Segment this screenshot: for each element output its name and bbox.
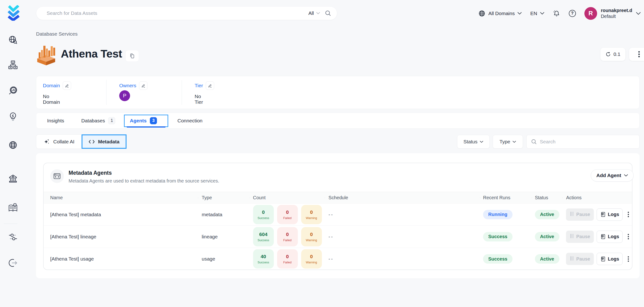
col-header-name: Name [44, 195, 198, 200]
search-icon[interactable] [325, 10, 331, 17]
app-logo[interactable] [7, 5, 20, 21]
status-filter-dropdown[interactable]: Status [457, 135, 490, 149]
code-icon [88, 139, 95, 144]
agent-schedule: -- [325, 212, 480, 217]
databases-count-badge: 1 [108, 117, 115, 124]
agent-run-counts: 604 Success 0 Failed 0 Warning [250, 227, 325, 246]
globe-icon [8, 140, 18, 150]
bank-icon [8, 174, 18, 184]
success-count-badge: 40 Success [253, 249, 274, 268]
search-scope-dropdown[interactable]: All [308, 10, 320, 16]
status-pill: Active [535, 210, 560, 219]
user-menu[interactable]: R rounakpreet.d Default [584, 7, 641, 20]
metadata-toggle-button[interactable]: Metadata [82, 134, 126, 149]
pencil-icon [142, 84, 146, 88]
agent-recent-runs: Running [480, 210, 532, 219]
kebab-icon [638, 50, 640, 58]
page-kebab-menu[interactable] [629, 48, 644, 61]
version-button[interactable]: 0.1 [600, 48, 626, 61]
agent-name[interactable]: [Athena Test] lineage [44, 234, 198, 239]
agent-type: usage [198, 256, 250, 262]
agent-run-counts: 40 Success 0 Failed 0 Warning [250, 249, 325, 268]
domains-dropdown[interactable]: All Domains [478, 10, 522, 17]
edit-owners-button[interactable] [139, 81, 148, 90]
sidebar-item-insights[interactable] [8, 112, 18, 122]
language-value: EN [530, 11, 537, 16]
table-row: [Athena Test] usage usage 40 Success 0 F… [44, 248, 632, 270]
application-code-icon [53, 172, 61, 180]
chevron-down-icon [316, 12, 320, 14]
agents-search-field[interactable] [526, 135, 640, 149]
agent-run-counts: 0 Success 0 Failed 0 Warning [250, 205, 325, 224]
tier-label[interactable]: Tier [195, 83, 203, 88]
status-pill: Active [535, 254, 560, 264]
collate-logo-icon [7, 5, 20, 21]
logs-button[interactable]: Logs [597, 208, 622, 221]
owners-label[interactable]: Owners [119, 83, 136, 88]
add-agent-button[interactable]: Add Agent [591, 169, 634, 182]
tab-agents[interactable]: Agents 3 [130, 113, 157, 128]
col-header-type: Type [198, 195, 250, 200]
agent-name[interactable]: [Athena Test] metadata [44, 212, 198, 217]
sidebar-item-governance[interactable] [8, 174, 18, 184]
agent-type: metadata [198, 212, 250, 217]
row-kebab-menu[interactable] [627, 232, 630, 241]
tab-insights[interactable]: Insights [47, 113, 64, 128]
pause-button[interactable]: Pause [566, 253, 594, 265]
sidebar-item-knowledge-center[interactable] [8, 202, 18, 213]
global-search-bar[interactable]: All [36, 6, 337, 20]
pause-button[interactable]: Pause [566, 231, 594, 243]
chevron-down-icon [540, 12, 544, 15]
success-count-badge: 604 Success [253, 227, 274, 246]
pause-icon [570, 212, 574, 217]
agent-type-toggle: Collate AI Metadata [36, 134, 126, 149]
notifications-bell-icon[interactable] [553, 10, 560, 17]
logs-icon [600, 212, 606, 217]
sidebar-item-observability[interactable] [8, 86, 18, 96]
logout-icon [8, 258, 18, 268]
pause-button[interactable]: Pause [566, 208, 594, 221]
row-kebab-menu[interactable] [627, 210, 630, 219]
sidebar-item-explore[interactable] [8, 35, 18, 45]
logs-icon [600, 234, 606, 239]
status-pill: Active [535, 232, 560, 241]
agents-search-input[interactable] [540, 139, 635, 145]
copy-name-button[interactable] [125, 50, 139, 62]
service-summary-panel: Domain No Domain Owners P Tier No Tier [36, 76, 640, 109]
failed-count-badge: 0 Failed [277, 227, 298, 246]
tab-databases[interactable]: Databases 1 [81, 113, 115, 128]
user-avatar[interactable]: R [584, 7, 597, 20]
agent-name[interactable]: [Athena Test] usage [44, 256, 198, 262]
domain-label[interactable]: Domain [43, 83, 60, 88]
col-header-count: Count [250, 195, 325, 200]
warning-count-badge: 0 Warning [301, 205, 322, 224]
help-icon[interactable]: ? [569, 10, 576, 17]
recent-run-pill[interactable]: Success [483, 254, 512, 264]
global-search-input[interactable] [47, 10, 308, 16]
sidebar-item-logout[interactable] [8, 258, 18, 268]
card-title: Metadata Agents [68, 170, 112, 176]
version-value: 0.1 [613, 51, 620, 57]
sidebar-item-settings[interactable] [8, 232, 18, 242]
recent-run-pill[interactable]: Success [483, 232, 512, 241]
agent-actions: Pause Logs [562, 208, 632, 221]
logs-button[interactable]: Logs [597, 253, 622, 265]
collate-ai-toggle-button[interactable]: Collate AI [36, 134, 82, 149]
language-dropdown[interactable]: EN [530, 11, 544, 16]
tab-connection[interactable]: Connection [178, 113, 202, 128]
edit-tier-button[interactable] [206, 81, 214, 90]
owner-avatar[interactable]: P [119, 90, 130, 101]
book-bulb-icon [8, 203, 18, 212]
recent-run-pill[interactable]: Running [483, 210, 512, 219]
type-filter-dropdown[interactable]: Type [493, 135, 523, 149]
agents-table-body: [Athena Test] metadata metadata 0 Succes… [44, 203, 632, 270]
edit-domain-button[interactable] [63, 81, 71, 90]
sidebar-item-data-assets[interactable] [8, 60, 18, 70]
row-kebab-menu[interactable] [627, 254, 630, 264]
copy-icon [129, 53, 135, 59]
failed-count-badge: 0 Failed [277, 205, 298, 224]
breadcrumb[interactable]: Database Services [36, 31, 78, 37]
agent-actions: Pause Logs [562, 253, 632, 265]
sidebar-item-domains[interactable] [8, 140, 18, 150]
logs-button[interactable]: Logs [597, 231, 622, 243]
